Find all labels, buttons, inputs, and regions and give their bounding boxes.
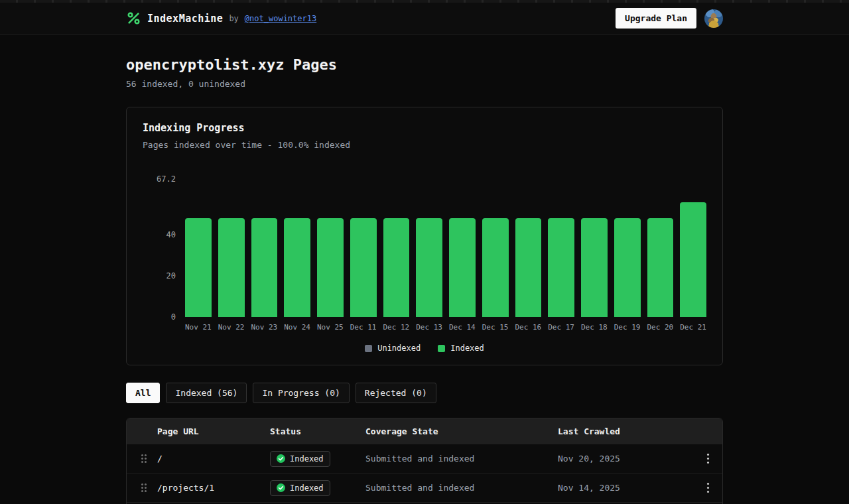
bar-group[interactable] [317,179,344,317]
coverage-state: Submitted and indexed [365,483,558,493]
bar-indexed[interactable] [218,218,245,317]
drag-handle-cell [127,483,157,492]
y-axis-tick: 20 [166,271,176,281]
bar-group[interactable] [581,179,608,317]
x-axis-label: Dec 17 [548,323,574,332]
legend-item-indexed: Indexed [438,344,484,353]
column-header-status: Status [270,426,365,436]
y-axis: 0204067.2 [143,179,185,317]
upgrade-plan-button[interactable]: Upgrade Plan [616,8,696,29]
filter-tab-all[interactable]: All [126,383,160,403]
bar-group[interactable] [185,179,212,317]
bar-group[interactable] [548,179,574,317]
drag-handle-icon[interactable] [141,454,143,456]
table-header: Page URLStatusCoverage StateLast Crawled [127,418,722,444]
user-avatar[interactable] [704,9,723,28]
bar-indexed[interactable] [350,218,377,317]
legend-label: Indexed [450,344,484,353]
x-axis: Nov 21Nov 22Nov 23Nov 24Nov 25Dec 11Dec … [185,323,706,332]
bar-group[interactable] [647,179,674,317]
bar-group[interactable] [515,179,542,317]
last-crawled-date: Nov 20, 2025 [558,454,693,464]
x-axis-label: Nov 22 [218,323,245,332]
bar-group[interactable] [416,179,442,317]
drag-handle-cell [127,454,157,463]
bar-indexed[interactable] [647,218,674,317]
x-axis-label: Nov 23 [251,323,278,332]
legend-item-unindexed: Unindexed [365,344,421,353]
main-content: opencryptolist.xyz Pages 56 indexed, 0 u… [126,56,723,504]
drag-handle-icon[interactable] [141,483,143,485]
bar-group[interactable] [251,179,278,317]
x-axis-label: Dec 20 [647,323,674,332]
x-axis-label: Dec 14 [449,323,476,332]
author-link[interactable]: @not_wowinter13 [245,14,316,23]
filter-tabs: AllIndexed (56)In Progress (0)Rejected (… [126,383,723,403]
navbar: IndexMachine by @not_wowinter13 Upgrade … [0,3,849,34]
status-label: Indexed [290,454,324,464]
status-cell: Indexed [270,480,365,496]
bar-indexed[interactable] [383,218,410,317]
kebab-menu-icon[interactable] [707,458,709,460]
bar-indexed[interactable] [614,218,641,317]
bar-indexed[interactable] [251,218,278,317]
coverage-state: Submitted and indexed [365,454,558,464]
bar-chart: 0204067.2 Nov 21Nov 22Nov 23Nov 24Nov 25… [143,179,706,332]
column-header-page-url: Page URL [157,426,270,436]
x-axis-label: Dec 16 [515,323,542,332]
app-title: IndexMachine [147,13,223,25]
bar-indexed[interactable] [449,218,476,317]
bar-indexed[interactable] [548,218,574,317]
page-title: opencryptolist.xyz Pages [126,56,723,73]
bar-group[interactable] [680,179,706,317]
x-axis-label: Nov 25 [317,323,344,332]
page-url: /projects/1 [157,483,270,493]
bar-indexed[interactable] [515,218,542,317]
x-axis-label: Nov 24 [284,323,310,332]
x-axis-label: Dec 21 [680,323,706,332]
byline-label: by [229,14,238,23]
percent-logo-icon [126,11,141,26]
x-axis-label: Dec 18 [581,323,608,332]
bar-indexed[interactable] [416,218,442,317]
bar-indexed[interactable] [482,218,509,317]
bar-group[interactable] [284,179,310,317]
bar-group[interactable] [614,179,641,317]
x-axis-label: Nov 21 [185,323,212,332]
bar-plot [185,179,706,317]
bar-indexed[interactable] [284,218,310,317]
bar-group[interactable] [482,179,509,317]
x-axis-label: Dec 15 [482,323,509,332]
table-row[interactable]: /projects/1IndexedSubmitted and indexedN… [127,473,722,502]
table-row[interactable]: /IndexedSubmitted and indexedNov 20, 202… [127,444,722,473]
chart-title: Indexing Progress [143,122,706,134]
filter-tab-rejected-0[interactable]: Rejected (0) [356,383,436,403]
filter-tab-indexed-56[interactable]: Indexed (56) [166,383,247,403]
table-body: /IndexedSubmitted and indexedNov 20, 202… [127,444,722,504]
x-axis-label: Dec 11 [350,323,377,332]
bar-indexed[interactable] [581,218,608,317]
row-menu-cell [693,487,722,489]
page-url: / [157,454,270,464]
bar-group[interactable] [383,179,410,317]
status-cell: Indexed [270,451,365,467]
bar-group[interactable] [350,179,377,317]
bar-indexed[interactable] [680,202,706,317]
indexing-progress-card: Indexing Progress Pages indexed over tim… [126,107,723,365]
filter-tab-in-progress-0[interactable]: In Progress (0) [253,383,349,403]
chart-legend: UnindexedIndexed [143,344,706,353]
column-header-last-crawled: Last Crawled [558,426,693,436]
status-label: Indexed [290,483,324,493]
page-subtitle: 56 indexed, 0 unindexed [126,79,723,89]
legend-swatch-icon [365,345,372,352]
x-axis-label: Dec 12 [383,323,410,332]
bar-group[interactable] [449,179,476,317]
bar-indexed[interactable] [185,218,212,317]
y-axis-tick: 0 [171,312,176,322]
row-menu-cell [693,458,722,460]
x-axis-label: Dec 13 [416,323,442,332]
bar-indexed[interactable] [317,218,344,317]
bar-group[interactable] [218,179,245,317]
pages-table: Page URLStatusCoverage StateLast Crawled… [126,418,723,504]
kebab-menu-icon[interactable] [707,487,709,489]
